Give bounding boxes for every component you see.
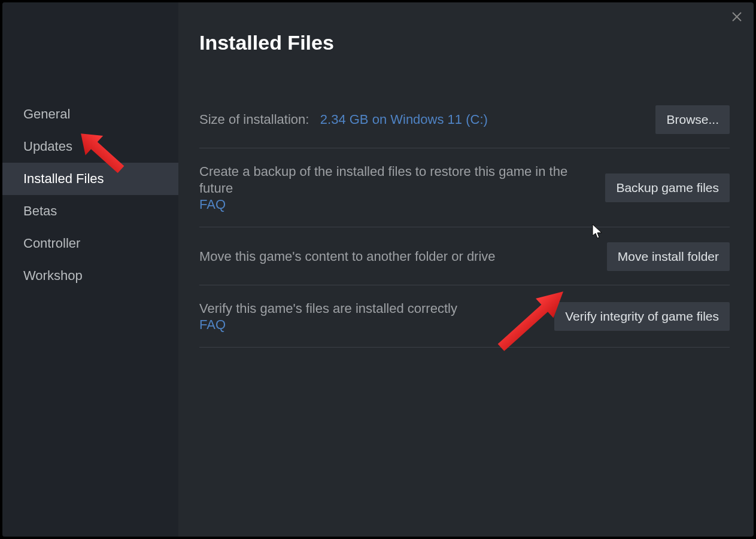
size-value-link[interactable]: 2.34 GB on Windows 11 (C:) [320, 112, 488, 127]
sidebar: General Updates Installed Files Betas Co… [2, 2, 178, 537]
move-button[interactable]: Move install folder [607, 242, 730, 271]
divider [199, 285, 730, 285]
sidebar-item-betas[interactable]: Betas [2, 195, 178, 227]
backup-text-block: Create a backup of the installed files t… [199, 163, 570, 213]
close-icon[interactable] [730, 10, 744, 24]
main-panel: Installed Files Size of installation: 2.… [178, 2, 754, 537]
sidebar-item-updates[interactable]: Updates [2, 130, 178, 163]
divider [199, 227, 730, 227]
verify-text: Verify this game's files are installed c… [199, 300, 457, 317]
sidebar-item-workshop[interactable]: Workshop [2, 260, 178, 292]
sidebar-item-label: Controller [23, 236, 80, 251]
backup-faq-link[interactable]: FAQ [199, 196, 570, 213]
divider [199, 148, 730, 148]
verify-text-block: Verify this game's files are installed c… [199, 300, 457, 333]
properties-window: General Updates Installed Files Betas Co… [2, 2, 754, 537]
sidebar-item-general[interactable]: General [2, 98, 178, 130]
backup-text: Create a backup of the installed files t… [199, 163, 570, 196]
sidebar-item-label: General [23, 106, 70, 121]
sidebar-item-installed-files[interactable]: Installed Files [2, 163, 178, 195]
verify-row: Verify this game's files are installed c… [199, 290, 730, 343]
backup-button[interactable]: Backup game files [605, 173, 730, 202]
page-title: Installed Files [199, 31, 730, 54]
sidebar-item-label: Betas [23, 203, 57, 218]
move-text: Move this game's content to another fold… [199, 248, 496, 265]
move-row: Move this game's content to another fold… [199, 232, 730, 281]
sidebar-item-label: Updates [23, 139, 72, 154]
sidebar-item-controller[interactable]: Controller [2, 227, 178, 260]
backup-row: Create a backup of the installed files t… [199, 153, 730, 223]
sidebar-item-label: Workshop [23, 268, 83, 283]
size-text: Size of installation: 2.34 GB on Windows… [199, 111, 488, 128]
sidebar-item-label: Installed Files [23, 171, 104, 186]
size-label: Size of installation: [199, 112, 309, 127]
divider [199, 347, 730, 348]
browse-button[interactable]: Browse... [655, 105, 730, 134]
size-row: Size of installation: 2.34 GB on Windows… [199, 95, 730, 144]
verify-button[interactable]: Verify integrity of game files [554, 302, 730, 331]
verify-faq-link[interactable]: FAQ [199, 316, 457, 333]
